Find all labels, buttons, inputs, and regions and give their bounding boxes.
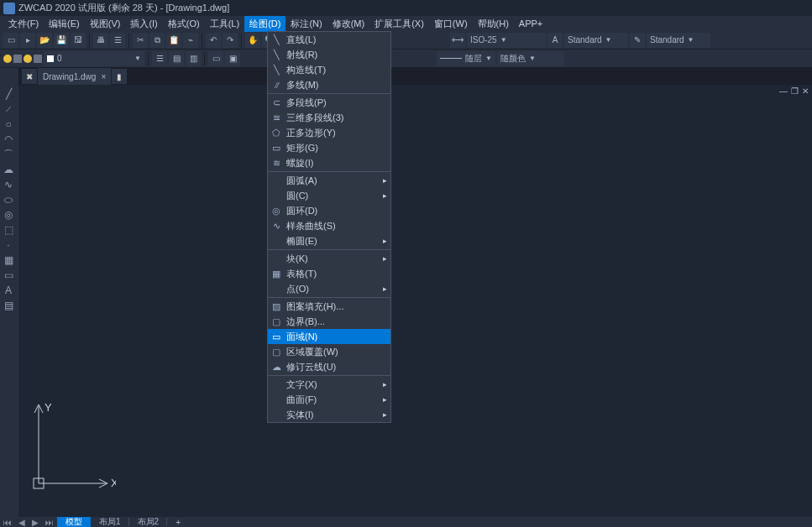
color-combo[interactable]: 随颜色 ▼ — [497, 51, 564, 66]
layer-tool-icon[interactable]: ▥ — [186, 51, 201, 66]
menu-item-wipeout[interactable]: ▢区域覆盖(W) — [268, 344, 390, 359]
save-icon[interactable]: 💾 — [54, 33, 69, 48]
dim-icon[interactable]: ⟷ — [450, 33, 465, 48]
pin-icon[interactable]: ✖ — [22, 69, 37, 84]
menu-item-boundary[interactable]: ▢边界(B)... — [268, 314, 390, 329]
menu-format[interactable]: 格式(O) — [163, 16, 205, 32]
circle-icon[interactable]: ○ — [0, 117, 17, 132]
menu-item-line[interactable]: ╲直线(L) — [268, 32, 390, 47]
close-icon[interactable]: ✕ — [802, 86, 809, 96]
menu-file[interactable]: 文件(F) — [3, 16, 44, 32]
textstyle-icon[interactable]: A — [547, 33, 563, 48]
menu-dim[interactable]: 标注(N) — [286, 16, 327, 32]
menu-item-rect[interactable]: ▭矩形(G) — [268, 140, 390, 155]
style-icon[interactable]: ✎ — [630, 33, 645, 48]
layer-tool-icon[interactable]: ☰ — [152, 51, 167, 66]
text-icon[interactable]: A — [0, 283, 17, 298]
menu-item-hatch[interactable]: ▨图案填充(H)... — [268, 299, 390, 314]
open-folder-icon[interactable]: ▮ — [112, 69, 127, 84]
menu-item-polygon[interactable]: ⬠正多边形(Y) — [268, 125, 390, 140]
tab-layout2[interactable]: 布局2 — [129, 517, 168, 527]
redo-icon[interactable]: ↷ — [223, 33, 238, 48]
layer-combo[interactable]: 0 ▼ — [44, 51, 144, 66]
linetype-combo[interactable]: 随层 ▼ — [437, 51, 495, 66]
drawing-area[interactable]: — ❐ ✕ Y X — [18, 85, 812, 517]
paste-icon[interactable]: 📋 — [166, 33, 181, 48]
match-icon[interactable]: ⌁ — [183, 33, 198, 48]
ellipse-icon[interactable]: ⬭ — [0, 192, 17, 207]
combo-value: Standard — [650, 35, 684, 44]
revcloud-icon[interactable]: ☁ — [0, 162, 17, 177]
menu-item-solid[interactable]: 实体(I)▸ — [268, 407, 390, 422]
menu-edit[interactable]: 编辑(E) — [44, 16, 85, 32]
menu-item-ellipse[interactable]: 椭圆(E)▸ — [268, 233, 390, 248]
menu-item-xline[interactable]: ╲构造线(T) — [268, 62, 390, 77]
layer-tool-icon[interactable]: ▣ — [225, 51, 240, 66]
region-icon[interactable]: ▭ — [0, 268, 17, 283]
menu-item-arc[interactable]: 圆弧(A)▸ — [268, 173, 390, 188]
menu-item-spline[interactable]: ∿样条曲线(S) — [268, 218, 390, 233]
tab-scroll-last-icon[interactable]: ⏭ — [42, 518, 57, 527]
document-tab[interactable]: Drawing1.dwg × — [38, 68, 111, 85]
tab-scroll-prev-icon[interactable]: ◀ — [15, 518, 29, 527]
tab-layout1[interactable]: 布局1 — [91, 517, 129, 527]
menu-tool[interactable]: 工具(L) — [205, 16, 244, 32]
combo-value: 随层 — [465, 53, 482, 65]
menu-item-donut[interactable]: ◎圆环(D) — [268, 203, 390, 218]
layer-tool-icon[interactable]: ▤ — [169, 51, 184, 66]
copy-icon[interactable]: ⧉ — [149, 33, 165, 48]
tab-model[interactable]: 模型 — [57, 517, 91, 527]
restore-icon[interactable]: ❐ — [791, 86, 799, 96]
menu-item-spiral[interactable]: ≋螺旋(I) — [268, 155, 390, 170]
donut-icon[interactable]: ◎ — [0, 207, 17, 222]
menu-modify[interactable]: 修改(M) — [327, 16, 370, 32]
preview-icon[interactable]: ☰ — [110, 33, 125, 48]
menu-item-block[interactable]: 块(K)▸ — [268, 251, 390, 266]
menu-help[interactable]: 帮助(H) — [473, 16, 514, 32]
tab-add[interactable]: + — [167, 517, 189, 527]
table-icon[interactable]: ▤ — [0, 298, 17, 313]
menu-item-pline[interactable]: ⊂多段线(P) — [268, 95, 390, 110]
open-icon[interactable]: ▸ — [20, 33, 35, 48]
menu-draw[interactable]: 绘图(D) — [244, 16, 286, 32]
new-icon[interactable]: ▭ — [3, 33, 18, 48]
undo-icon[interactable]: ↶ — [206, 33, 221, 48]
pline-icon[interactable]: ⟋ — [0, 102, 17, 117]
menu-insert[interactable]: 插入(I) — [125, 16, 162, 32]
arc2-icon[interactable]: ⌒ — [0, 147, 17, 162]
menu-item-point[interactable]: 点(O)▸ — [268, 281, 390, 296]
spline-icon[interactable]: ∿ — [0, 177, 17, 192]
plot-icon[interactable]: 🖶 — [93, 33, 108, 48]
menu-item-ray[interactable]: ╲射线(R) — [268, 47, 390, 62]
menu-item-revcloud[interactable]: ☁修订云线(U) — [268, 359, 390, 374]
style-combo[interactable]: Standard▼ — [647, 33, 710, 48]
menu-view[interactable]: 视图(V) — [85, 16, 126, 32]
menu-item-text[interactable]: 文字(X)▸ — [268, 377, 390, 392]
menu-item-circle[interactable]: 圆(C)▸ — [268, 188, 390, 203]
menu-item-mline[interactable]: ⫽多线(M) — [268, 77, 390, 92]
arc-icon[interactable]: ◠ — [0, 132, 17, 147]
line-icon[interactable]: ╱ — [0, 86, 17, 102]
minimize-icon[interactable]: — — [779, 86, 788, 96]
menu-item-surface[interactable]: 曲面(F)▸ — [268, 392, 390, 407]
open-folder-icon[interactable]: 📂 — [37, 33, 52, 48]
pan-icon[interactable]: ✋ — [245, 33, 260, 48]
menu-extend[interactable]: 扩展工具(X) — [369, 16, 429, 32]
close-icon[interactable]: × — [101, 72, 106, 81]
menu-item-region[interactable]: ▭面域(N) — [268, 329, 390, 344]
dimstyle-combo[interactable]: ISO-25▼ — [467, 33, 546, 48]
block-icon[interactable]: ⬚ — [0, 222, 17, 237]
tab-scroll-first-icon[interactable]: ⏮ — [0, 518, 15, 527]
menu-item-table[interactable]: ▦表格(T) — [268, 266, 390, 281]
menu-item-poly3d[interactable]: ≊三维多段线(3) — [268, 110, 390, 125]
textstyle-combo[interactable]: Standard▼ — [564, 33, 628, 48]
cut-icon[interactable]: ✂ — [133, 33, 148, 48]
tab-scroll-next-icon[interactable]: ▶ — [29, 518, 42, 527]
layer-state-icons[interactable] — [3, 55, 42, 63]
layer-tool-icon[interactable]: ▭ — [208, 51, 223, 66]
menu-app[interactable]: APP+ — [514, 17, 547, 30]
point-icon[interactable]: · — [0, 237, 17, 253]
saveas-icon[interactable]: 🖫 — [71, 33, 86, 48]
menu-window[interactable]: 窗口(W) — [429, 16, 473, 32]
hatch-icon[interactable]: ▦ — [0, 253, 17, 268]
